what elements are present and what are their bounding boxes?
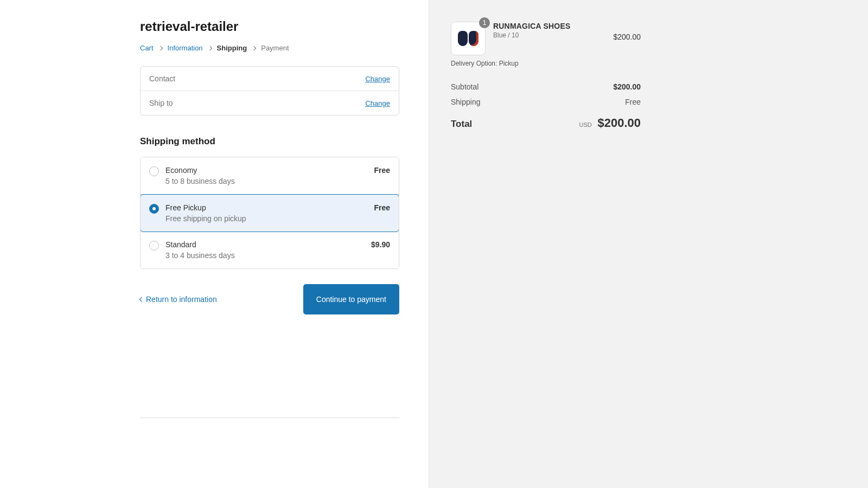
shipto-label: Ship to (149, 99, 187, 107)
crumb-cart[interactable]: Cart (140, 44, 154, 52)
shipping-row: Shipping Free (451, 94, 641, 110)
shipping-option-economy[interactable]: Economy 5 to 8 business days Free (141, 157, 399, 195)
back-link-label: Return to information (146, 295, 217, 304)
radio-icon (149, 241, 159, 251)
change-contact-link[interactable]: Change (365, 75, 390, 83)
subtotal-label: Subtotal (451, 82, 478, 91)
quantity-badge: 1 (479, 17, 490, 28)
option-title: Free Pickup (165, 203, 374, 212)
subtotal-row: Subtotal $200.00 (451, 79, 641, 94)
chevron-right-icon (207, 46, 212, 50)
continue-to-payment-button[interactable]: Continue to payment (303, 284, 399, 314)
shoe-icon (458, 31, 468, 46)
chevron-right-icon (158, 46, 162, 50)
radio-icon (149, 166, 159, 176)
review-box: Contact Change Ship to Change (140, 66, 399, 115)
currency-code: USD (579, 121, 592, 128)
option-price: Free (374, 203, 390, 212)
shipping-option-standard[interactable]: Standard 3 to 4 business days $9.90 (141, 232, 399, 268)
actions-row: Return to information Continue to paymen… (140, 284, 399, 314)
option-sub: 3 to 4 business days (165, 251, 371, 260)
shipping-value: Free (625, 98, 641, 106)
footer-divider (140, 418, 399, 418)
crumb-payment: Payment (261, 44, 289, 52)
shipping-option-free-pickup[interactable]: Free Pickup Free shipping on pickup Free (140, 194, 399, 232)
shipping-label: Shipping (451, 98, 481, 106)
return-to-information-link[interactable]: Return to information (140, 295, 217, 304)
cart-line-item: 1 RUNMAGICA SHOES Blue / 10 Delivery Opt… (451, 22, 641, 67)
option-sub: Free shipping on pickup (165, 214, 374, 223)
option-price: $9.90 (371, 240, 390, 249)
option-title: Standard (165, 240, 371, 249)
product-variant: Blue / 10 (493, 31, 613, 39)
shipping-options: Economy 5 to 8 business days Free Free P… (140, 157, 399, 269)
option-sub: 5 to 8 business days (165, 177, 374, 185)
total-label: Total (451, 119, 472, 130)
product-delivery-option: Delivery Option: Pickup (451, 60, 613, 67)
chevron-left-icon (139, 297, 145, 302)
crumb-information[interactable]: Information (168, 44, 203, 52)
product-name: RUNMAGICA SHOES (493, 22, 613, 30)
chevron-right-icon (252, 46, 256, 50)
crumb-shipping: Shipping (217, 44, 247, 52)
breadcrumb: Cart Information Shipping Payment (140, 44, 429, 52)
contact-label: Contact (149, 74, 187, 83)
radio-icon (149, 204, 159, 214)
review-contact-row: Contact Change (141, 67, 399, 91)
shipping-method-heading: Shipping method (140, 136, 429, 147)
order-totals: Subtotal $200.00 Shipping Free Total USD… (451, 79, 641, 133)
option-price: Free (374, 166, 390, 175)
review-shipto-row: Ship to Change (141, 91, 399, 115)
product-thumb-wrap: 1 (451, 22, 486, 55)
total-row: Total USD $200.00 (451, 110, 641, 133)
shoe-icon (469, 31, 478, 46)
subtotal-value: $200.00 (613, 82, 641, 91)
product-price: $200.00 (613, 33, 641, 41)
option-title: Economy (165, 166, 374, 175)
store-name: retrieval-retailer (140, 19, 429, 34)
total-value: $200.00 (597, 116, 641, 130)
change-shipto-link[interactable]: Change (365, 99, 390, 107)
